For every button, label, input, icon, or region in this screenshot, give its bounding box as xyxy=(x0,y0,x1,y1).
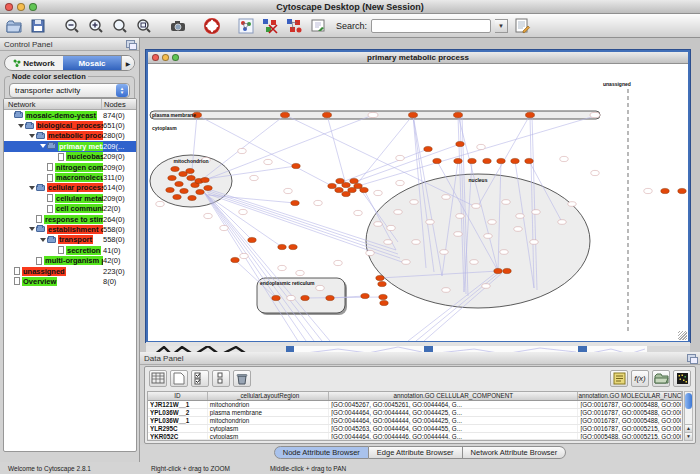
network-node[interactable] xyxy=(361,293,369,298)
expand-arrow-icon[interactable] xyxy=(40,144,46,148)
network-node[interactable] xyxy=(387,225,395,230)
network-node[interactable] xyxy=(292,163,300,168)
save-session-icon[interactable] xyxy=(28,16,48,36)
network-node[interactable] xyxy=(483,158,491,163)
more-tabs-arrow-icon[interactable]: ▶ xyxy=(121,56,134,70)
network-edge[interactable] xyxy=(327,115,346,185)
snapshot-camera-icon[interactable] xyxy=(168,16,188,36)
network-edge[interactable] xyxy=(207,195,330,341)
network-node[interactable] xyxy=(301,295,309,300)
network-node[interactable] xyxy=(264,159,272,164)
network-node[interactable] xyxy=(396,180,404,185)
network-node[interactable] xyxy=(272,295,280,300)
unselect-all-attributes-icon[interactable] xyxy=(212,370,230,387)
node-color-dropdown[interactable]: transporter activity ▲▼ xyxy=(9,83,130,98)
network-node[interactable] xyxy=(440,250,448,255)
network-node[interactable] xyxy=(168,176,176,181)
expand-arrow-icon[interactable] xyxy=(29,186,35,190)
network-node[interactable] xyxy=(477,144,485,149)
table-row[interactable]: YDR039C__1mitochondrion[GO:0044464, GO:0… xyxy=(148,440,682,441)
table-row[interactable]: YPL036W__1mitochondrion[GO:0044464, GO:0… xyxy=(148,417,682,425)
hide-selected-nodes-icon[interactable] xyxy=(260,16,280,36)
network-node[interactable] xyxy=(442,195,450,200)
network-node[interactable] xyxy=(568,202,576,207)
table-scrollbar[interactable]: ▲ ▼ xyxy=(684,391,693,441)
network-node[interactable] xyxy=(240,253,248,258)
network-node[interactable] xyxy=(291,200,299,205)
column-header[interactable]: _cellularLayoutRegion xyxy=(208,392,330,400)
tree-row-mosaic-demo-yeast[interactable]: mosaic-demo-yeast874(0) xyxy=(4,110,136,120)
network-node[interactable] xyxy=(204,213,212,218)
network-node[interactable] xyxy=(287,295,295,300)
network-node[interactable] xyxy=(468,158,476,163)
resize-grip[interactable] xyxy=(678,331,687,340)
table-row[interactable]: YJR121W__1mitochondrion[GO:0045267, GO:0… xyxy=(148,401,682,409)
tree-row-overview[interactable]: Overview8(0) xyxy=(4,276,136,286)
table-row[interactable]: YPL036W__2plasma membrane[GO:0044464, GO… xyxy=(148,409,682,417)
network-node[interactable] xyxy=(590,112,600,117)
expand-arrow-icon[interactable] xyxy=(40,238,46,242)
network-node[interactable] xyxy=(366,250,374,255)
attribute-select-grid-icon[interactable] xyxy=(149,370,167,387)
scrollbar-thumb[interactable] xyxy=(685,393,692,409)
network-node[interactable] xyxy=(661,188,669,193)
zoom-selected-region-icon[interactable] xyxy=(134,16,154,36)
network-node[interactable] xyxy=(409,112,418,118)
expand-arrow-icon[interactable] xyxy=(29,134,35,138)
network-node[interactable] xyxy=(482,284,490,289)
network-node[interactable] xyxy=(433,158,441,163)
network-node[interactable] xyxy=(188,196,196,201)
expand-arrow-icon[interactable] xyxy=(29,227,35,231)
network-node[interactable] xyxy=(336,178,344,183)
network-node[interactable] xyxy=(171,167,179,172)
network-node[interactable] xyxy=(402,260,410,265)
network-node[interactable] xyxy=(470,260,478,265)
tab-edge-attribute-browser[interactable]: Edge Attribute Browser xyxy=(369,446,463,459)
tree-column-network[interactable]: Network xyxy=(4,99,102,109)
network-node[interactable] xyxy=(502,200,510,205)
network-node[interactable] xyxy=(410,200,418,205)
network-node[interactable] xyxy=(173,195,181,200)
tree-row-metabolic-process[interactable]: metabolic process280(0) xyxy=(4,131,136,141)
network-node[interactable] xyxy=(196,190,204,195)
tree-row-unassigned[interactable]: unassigned223(0) xyxy=(4,266,136,276)
network-node[interactable] xyxy=(560,156,568,161)
network-node[interactable] xyxy=(296,270,304,275)
tree-row-primary-metabo[interactable]: primary metabo209(... xyxy=(4,141,136,151)
network-node[interactable] xyxy=(376,275,384,280)
table-row[interactable]: YKR052Ccytoplasm[GO:0044464, GO:0044446,… xyxy=(148,433,682,441)
network-node[interactable] xyxy=(323,112,332,118)
network-node[interactable] xyxy=(201,178,209,183)
tab-mosaic[interactable]: Mosaic xyxy=(63,56,121,70)
tree-row-cell-communicat[interactable]: cell communicat22(0) xyxy=(4,204,136,214)
network-node[interactable] xyxy=(424,146,432,151)
zoom-out-icon[interactable] xyxy=(62,16,82,36)
network-node[interactable] xyxy=(644,188,652,193)
import-attributes-icon[interactable] xyxy=(652,370,670,387)
network-edge[interactable] xyxy=(332,149,428,186)
network-node[interactable] xyxy=(530,240,538,245)
annotation-icon[interactable] xyxy=(308,16,328,36)
network-node[interactable] xyxy=(187,176,195,181)
network-node[interactable] xyxy=(526,112,535,118)
network-node[interactable] xyxy=(250,175,258,180)
open-session-icon[interactable] xyxy=(4,16,24,36)
column-header[interactable]: annotation.GO MOLECULAR_FUNCTION xyxy=(578,392,682,400)
network-node[interactable] xyxy=(204,186,212,191)
network-node[interactable] xyxy=(326,295,334,300)
network-node[interactable] xyxy=(511,158,519,163)
network-overview-icon[interactable] xyxy=(236,16,256,36)
network-node[interactable] xyxy=(412,240,420,245)
tab-network[interactable]: Network xyxy=(5,56,63,70)
network-node[interactable] xyxy=(494,268,502,273)
network-node[interactable] xyxy=(394,210,402,215)
network-node[interactable] xyxy=(426,220,434,225)
network-node[interactable] xyxy=(532,210,540,215)
network-node[interactable] xyxy=(514,227,522,232)
vizmapper-ring-icon[interactable] xyxy=(202,16,222,36)
column-header[interactable]: ID xyxy=(148,392,208,400)
network-node[interactable] xyxy=(335,187,343,192)
scroll-down-icon[interactable]: ▼ xyxy=(685,432,692,440)
network-node[interactable] xyxy=(558,220,566,225)
network-window[interactable]: primary metabolic process plasma membran… xyxy=(146,50,690,342)
